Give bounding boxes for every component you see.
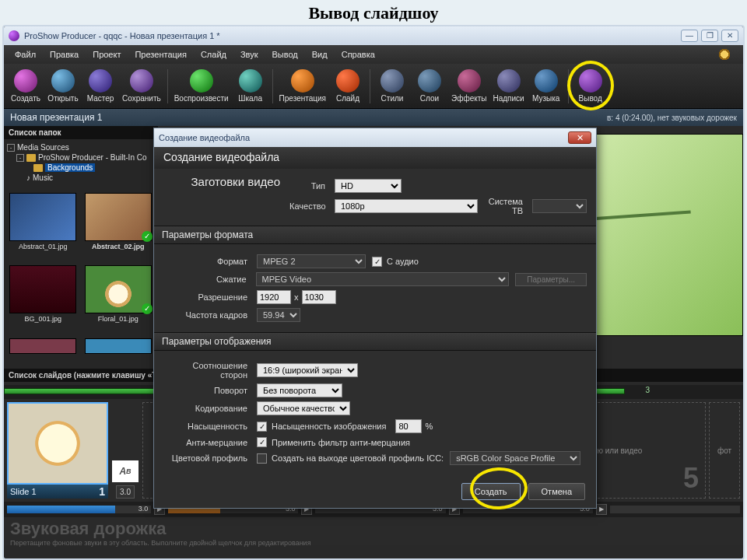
compression-select[interactable]: MPEG Video [256, 272, 510, 286]
aspect-label: Соотношение сторон [163, 361, 257, 380]
presentation-header: Новая презентация 1 в: 4 (0:24.00), нет … [4, 109, 743, 126]
create-video-dialog: Создание видеофайла ✕ Создание видеофайл… [153, 128, 597, 509]
tree-subfolder[interactable]: ProShow Producer - Built-In Co [38, 153, 147, 162]
pres-icon [291, 69, 314, 93]
params-button: Параметры... [515, 273, 587, 286]
presentation-info: в: 4 (0:24.00), нет звуковых дорожек [607, 114, 737, 122]
tree-root[interactable]: Media Sources [17, 143, 69, 152]
transition[interactable]: AB 3.0 [111, 402, 139, 499]
toolbar-label: Слои [420, 94, 439, 103]
toolbar-label: Открыть [47, 94, 78, 103]
toolbar-label: Сохранить [122, 94, 161, 103]
menu-project[interactable]: Проект [86, 47, 127, 61]
tree-selected[interactable]: Backgrounds [45, 163, 95, 172]
audio-track[interactable]: Звуковая дорожка Перетащите фоновые звук… [4, 517, 743, 545]
collapse-icon[interactable]: - [16, 154, 24, 162]
rotate-select[interactable]: Без поворота [257, 383, 342, 397]
thumbnail[interactable]: Abstract_01.jpg [7, 194, 79, 261]
percent-label: % [422, 422, 433, 431]
placeholder-number: 5 [683, 462, 699, 495]
toolbar-scale-button[interactable]: Шкала [232, 65, 269, 107]
thumbnail-image [10, 266, 75, 313]
folder-tree[interactable]: -Media Sources -ProShow Producer - Built… [4, 139, 157, 189]
transition-duration[interactable]: 3.0 [116, 485, 135, 499]
eye-icon [714, 48, 735, 61]
presentation-name: Новая презентация 1 [10, 112, 102, 123]
toolbar-effects-button[interactable]: Эффекты [448, 65, 489, 107]
slide-card[interactable]: Slide 11 [7, 402, 108, 499]
thumbnail[interactable]: ✓Abstract_02.jpg [82, 194, 155, 261]
toolbar-label: Создать [11, 94, 40, 103]
toolbar-play-button[interactable]: Воспроизвести [171, 65, 232, 107]
tv-select[interactable] [532, 199, 587, 213]
titlebar: ProShow Producer - qqqc - Новая презента… [4, 26, 743, 45]
transition-icon[interactable]: AB [112, 460, 139, 482]
maximize-button[interactable]: ❐ [701, 30, 718, 42]
slide-number: 1 [99, 485, 105, 498]
duration-value[interactable]: 3.0 [139, 505, 149, 513]
save-icon [130, 69, 153, 93]
placeholder-hint: фот [717, 446, 731, 455]
toolbar-pres-button[interactable]: Презентация [276, 65, 329, 107]
toolbar-styles-button[interactable]: Стили [374, 65, 411, 107]
resolution-height-input[interactable] [302, 290, 336, 304]
flicker-checkbox-label: Применить фильтр анти-мерцания [272, 438, 410, 447]
menu-output[interactable]: Вывод [266, 47, 304, 61]
toolbar-wizard-button[interactable]: Мастер [82, 65, 119, 107]
toolbar-save-button[interactable]: Сохранить [119, 65, 164, 107]
toolbar-create-button[interactable]: Создать [7, 65, 44, 107]
play-icon[interactable]: ▶ [596, 504, 607, 515]
create-button[interactable]: Создать [461, 483, 521, 500]
toolbar-captions-button[interactable]: Надписи [489, 65, 527, 107]
menu-slide[interactable]: Слайд [195, 47, 233, 61]
fps-select[interactable]: 59.94 [257, 308, 300, 322]
cancel-button[interactable]: Отмена [528, 483, 585, 500]
thumbnails: Abstract_01.jpg✓Abstract_02.jpgBG_001.jp… [4, 189, 157, 369]
encoding-select[interactable]: Обычное качество [257, 401, 350, 415]
menubar: Файл Правка Проект Презентация Слайд Зву… [4, 45, 743, 64]
toolbar-label: Эффекты [451, 94, 486, 103]
flicker-checkbox[interactable]: ✓ [257, 437, 267, 447]
resolution-x: x [291, 292, 302, 302]
audio-checkbox[interactable]: ✓ [372, 257, 382, 267]
icc-checkbox[interactable] [257, 453, 267, 464]
minimize-button[interactable]: — [681, 30, 698, 42]
icc-select[interactable]: sRGB Color Space Profile [450, 451, 580, 465]
format-select[interactable]: MPEG 2 [257, 254, 366, 268]
quality-select[interactable]: 1080p [335, 199, 478, 213]
tree-music[interactable]: Music [33, 173, 53, 182]
page-title: Вывод слайдшоу [0, 0, 747, 25]
toolbar-music-button[interactable]: Музыка [528, 65, 565, 107]
check-icon: ✓ [142, 231, 153, 242]
close-button[interactable]: ✕ [721, 30, 738, 42]
menu-file[interactable]: Файл [9, 47, 42, 61]
saturation-label: Насыщенность [163, 422, 257, 431]
thumbnail[interactable]: BG_001.jpg [7, 266, 79, 334]
menu-presentation[interactable]: Презентация [128, 47, 192, 61]
toolbar-label: Слайд [336, 94, 359, 103]
toolbar-output-button[interactable]: Вывод [572, 65, 609, 107]
saturation-input[interactable] [395, 419, 422, 433]
menu-sound[interactable]: Звук [234, 47, 265, 61]
menu-edit[interactable]: Правка [44, 47, 85, 61]
toolbar-slide-button[interactable]: Слайд [329, 65, 366, 107]
collapse-icon[interactable]: - [7, 144, 15, 152]
toolbar-open-button[interactable]: Открыть [44, 65, 82, 107]
resolution-width-input[interactable] [257, 290, 291, 304]
dialog-titlebar[interactable]: Создание видеофайла ✕ [154, 128, 596, 147]
app-icon [9, 30, 19, 41]
rotate-label: Поворот [163, 386, 257, 395]
slide-placeholder[interactable]: фот [709, 402, 740, 499]
dialog-close-button[interactable]: ✕ [568, 131, 591, 144]
encoding-label: Кодирование [163, 404, 257, 413]
tv-label: Система ТВ [478, 197, 532, 215]
toolbar-layers-button[interactable]: Слои [411, 65, 448, 107]
saturation-checkbox[interactable]: ✓ [257, 422, 267, 432]
thumbnail-image: ✓ [86, 194, 151, 240]
menu-help[interactable]: Справка [335, 47, 381, 61]
menu-view[interactable]: Вид [306, 47, 334, 61]
thumbnail[interactable]: ✓Floral_01.jpg [82, 266, 155, 334]
aspect-select[interactable]: 16:9 (широкий экран) [257, 363, 358, 377]
music-icon [535, 69, 558, 93]
type-select[interactable]: HD [335, 179, 402, 193]
